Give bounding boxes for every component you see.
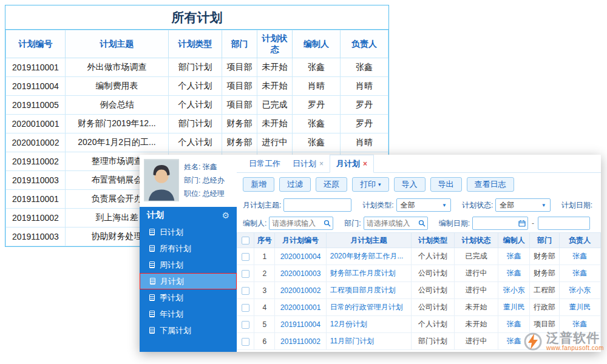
cell: 张鑫 <box>341 58 388 77</box>
gear-icon[interactable]: ⚙ <box>222 211 229 220</box>
cell: 2019110001 <box>6 58 66 77</box>
view-log-button[interactable]: 查看日志 <box>467 177 514 192</box>
close-icon[interactable]: × <box>363 160 367 167</box>
select-all-cell <box>237 233 254 248</box>
compile-date-end-input[interactable] <box>538 217 590 230</box>
plan-code-link[interactable]: 2019110004 <box>275 316 326 333</box>
owner-link[interactable]: 张鑫 <box>559 265 600 282</box>
compiler-filter-input[interactable] <box>269 217 333 230</box>
plan-code-link[interactable]: 2019110002 <box>275 333 326 350</box>
owner-link[interactable]: 董川民 <box>559 299 600 316</box>
cell: 罗丹 <box>341 96 388 115</box>
sidebar-menu: 日计划所有计划周计划月计划季计划年计划下属计划 <box>140 224 237 352</box>
compiler-link[interactable]: 张鑫 <box>498 265 530 282</box>
column-header: 计划类型 <box>412 233 454 248</box>
table-row[interactable]: 2019110004编制费用表个人计划项目部未开始肖晴肖晴 <box>6 77 388 96</box>
sidebar-item-daily[interactable]: 日计划 <box>140 224 237 240</box>
compile-date-start-input[interactable] <box>472 217 528 230</box>
table-row[interactable]: 2020010001财务部门2019年12...部门计划财务部未开始张鑫罗丹 <box>6 115 388 133</box>
plan-subject-link[interactable]: 2020年财务部工作月... <box>326 248 412 265</box>
table-row[interactable]: 42020010001日常的行政管理月计划公司计划未开始董川民行政部董川民 <box>237 299 601 316</box>
table-row[interactable]: 22020010003财务部工作月度计划公司计划进行中张鑫财务部张鑫 <box>237 265 601 282</box>
tab-label: 日计划 <box>293 158 316 169</box>
table-row[interactable]: 120200100042020年财务部工作月...个人计划已完成张鑫财务部张鑫 <box>237 248 601 265</box>
compiler-link[interactable]: 张鑫 <box>498 248 530 265</box>
sidebar-item-weekly[interactable]: 周计划 <box>140 257 237 273</box>
cell: 项目部 <box>222 96 257 115</box>
serial-cell: 4 <box>254 299 275 316</box>
document-icon <box>149 311 155 317</box>
print-button[interactable]: 打印▾ <box>352 177 389 192</box>
plan-code-link[interactable]: 2020010003 <box>275 265 326 282</box>
table-row[interactable]: 2019110001外出做市场调查部门计划项目部未开始张鑫张鑫 <box>6 58 388 77</box>
profile-photo <box>144 159 179 201</box>
filter-button[interactable]: 过滤 <box>279 177 311 192</box>
sidebar-item-quarterly[interactable]: 季计划 <box>140 289 237 306</box>
select-all-checkbox[interactable] <box>242 237 249 244</box>
watermark: 泛普软件 www.fanpusoft.com <box>523 331 604 351</box>
table-row[interactable]: 2019110005例会总结个人计划项目部已完成罗丹罗丹 <box>6 96 388 115</box>
plan-code-link[interactable]: 2020010001 <box>275 299 326 316</box>
page-title: 所有计划 <box>5 5 388 30</box>
sidebar-item-label: 年计划 <box>160 309 183 320</box>
button-label: 新增 <box>251 179 266 190</box>
document-icon <box>149 327 155 334</box>
status-filter-value: 全部 <box>500 200 514 211</box>
sidebar-section-header: 计划 ⚙ <box>140 207 237 224</box>
cell: 2019110002 <box>6 209 66 228</box>
cell: 未开始 <box>257 115 293 133</box>
table-row[interactable]: 20200100022020年1月2日的工...个人计划财务部进行中张鑫肖晴 <box>6 133 388 152</box>
import-button[interactable]: 导入 <box>394 177 426 192</box>
plan-subject-link[interactable]: 工程项目部月度计划 <box>326 282 412 299</box>
owner-link[interactable]: 张小东 <box>559 282 600 299</box>
tab-monthly-plan[interactable]: 月计划× <box>330 155 374 173</box>
sidebar-item-label: 所有计划 <box>160 243 191 254</box>
plan-subject-link[interactable]: 11月部门计划 <box>326 333 412 350</box>
compiler-link[interactable]: 张鑫 <box>498 316 530 333</box>
row-checkbox[interactable] <box>242 270 249 278</box>
plan-subject-link[interactable]: 日常的行政管理月计划 <box>326 299 412 316</box>
tab-daily-work[interactable]: 日常工作 <box>243 155 287 172</box>
compiler-link[interactable]: 董川民 <box>498 299 530 316</box>
sidebar-item-yearly[interactable]: 年计划 <box>140 306 237 322</box>
cell: 2019110003 <box>6 171 66 190</box>
row-checkbox[interactable] <box>242 321 249 329</box>
plan-subject-link[interactable]: 12月份计划 <box>326 316 412 333</box>
row-checkbox[interactable] <box>242 253 249 261</box>
sidebar-item-all[interactable]: 所有计划 <box>140 240 237 257</box>
table-row[interactable]: 32020010002工程项目部月度计划公司计划进行中张小东工程部张小东 <box>237 282 601 299</box>
plan-code-link[interactable]: 2020010002 <box>275 282 326 299</box>
export-button[interactable]: 导出 <box>430 177 462 192</box>
row-checkbox[interactable] <box>242 338 249 346</box>
button-label: 查看日志 <box>475 179 506 190</box>
owner-link[interactable]: 张鑫 <box>559 248 600 265</box>
column-header: 部门 <box>222 30 257 58</box>
plan-status-cell: 未开始 <box>454 316 498 333</box>
sidebar-item-label: 日计划 <box>160 227 183 238</box>
row-checkbox[interactable] <box>242 287 249 295</box>
cell: 肖晴 <box>341 133 388 152</box>
plan-status-cell: 未开始 <box>454 299 498 316</box>
sidebar-item-subordinate[interactable]: 下属计划 <box>140 322 237 339</box>
plan-subject-link[interactable]: 财务部工作月度计划 <box>326 265 412 282</box>
type-filter-select[interactable]: 全部 ▼ <box>396 198 451 212</box>
compile-date-filter-label: 编制日期: <box>439 218 470 229</box>
date-range-separator: - <box>532 219 534 228</box>
subject-filter-input[interactable] <box>283 198 351 212</box>
close-icon[interactable]: × <box>319 160 324 167</box>
month-plans-header-row: 序号月计划编号月计划主题计划类型计划状态编制人部门负责人 <box>237 233 601 248</box>
restore-button[interactable]: 还原 <box>316 177 347 192</box>
row-checkbox[interactable] <box>242 304 249 312</box>
add-button[interactable]: 新增 <box>243 177 274 192</box>
compiler-link[interactable]: 张小东 <box>498 282 530 299</box>
chevron-down-icon: ▼ <box>541 203 546 208</box>
dept-filter-input[interactable] <box>364 217 428 230</box>
tab-bar: 日常工作日计划×月计划× <box>237 155 601 173</box>
dept-cell: 行政部 <box>530 299 559 316</box>
tab-daily-plan[interactable]: 日计划× <box>287 155 330 172</box>
document-icon <box>149 294 155 301</box>
cell: 肖晴 <box>341 77 388 96</box>
sidebar-item-monthly[interactable]: 月计划 <box>140 273 237 289</box>
status-filter-select[interactable]: 全部 ▼ <box>495 198 550 212</box>
plan-code-link[interactable]: 2020010004 <box>275 248 326 265</box>
